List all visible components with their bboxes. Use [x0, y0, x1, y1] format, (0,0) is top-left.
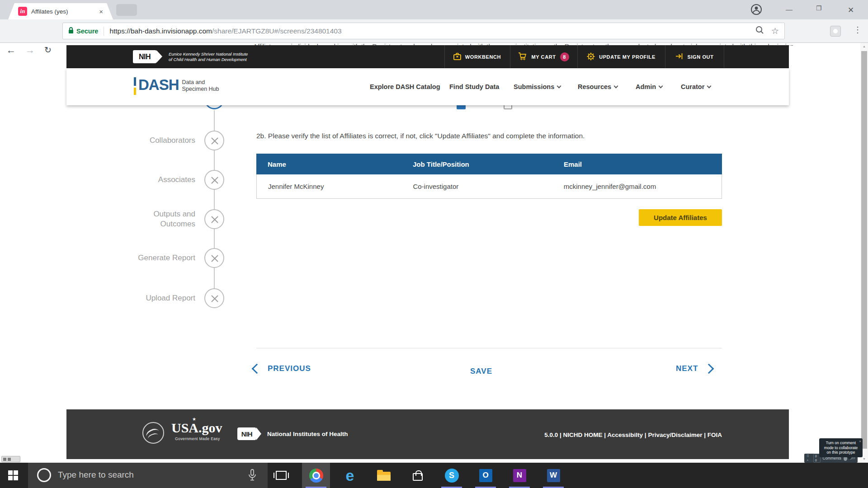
- start-button[interactable]: [8, 470, 18, 480]
- taskbar-search[interactable]: Type here to search: [28, 463, 268, 488]
- update-affiliates-button[interactable]: Update Affiliates: [639, 209, 722, 226]
- minimize-button[interactable]: —: [786, 5, 793, 13]
- col-header-name: Name: [256, 160, 401, 168]
- url-domain: https://bah-dash.invisionapp.com: [109, 27, 212, 35]
- sign-out-button[interactable]: SIGN OUT: [665, 45, 724, 68]
- col-header-job-title: Job Title/Position: [401, 160, 552, 168]
- nav-explore-dash-catalog[interactable]: Explore DASH Catalog: [370, 83, 440, 90]
- nav-find-study-data[interactable]: Find Study Data: [449, 83, 499, 90]
- taskbar-edge-icon[interactable]: e: [336, 463, 364, 488]
- task-view-icon[interactable]: [276, 471, 287, 480]
- chevron-left-icon: [252, 364, 262, 374]
- dash-logo-word: DASH: [138, 76, 179, 95]
- step-circle-collaborators[interactable]: [204, 131, 224, 150]
- table-header-row: Name Job Title/Position Email: [256, 154, 722, 174]
- dash-nav-bar: DASH Data andSpecimen Hub Explore DASH C…: [66, 68, 789, 105]
- taskbar-chrome-icon[interactable]: [302, 463, 330, 488]
- tab-title: Affilates (yes): [31, 8, 99, 15]
- cell-job-title: Co-investigator: [401, 183, 552, 190]
- forward-icon: →: [25, 45, 35, 56]
- cart-count-badge: 8: [560, 52, 569, 61]
- step-label-collaborators: Collaborators: [100, 136, 195, 145]
- extension-icon[interactable]: [830, 26, 841, 37]
- nav-curator[interactable]: Curator: [681, 83, 711, 90]
- taskbar-file-explorer-icon[interactable]: [370, 463, 398, 488]
- bookmark-star-icon[interactable]: ☆: [771, 26, 779, 36]
- address-bar[interactable]: Secure https://bah-dash.invisionapp.com …: [62, 23, 785, 39]
- close-button[interactable]: ✕: [848, 5, 854, 15]
- browser-tab[interactable]: in Affilates (yes) ×: [8, 3, 113, 19]
- chevron-down-icon: [614, 84, 618, 89]
- maximize-button[interactable]: ❐: [816, 5, 822, 12]
- previous-button[interactable]: PREVIOUS: [253, 364, 311, 373]
- dash-logo-bar: [134, 77, 136, 95]
- cell-name: Jennifer McKinney: [257, 183, 401, 190]
- secure-label: Secure: [76, 28, 98, 35]
- usagov-tagline: Government Made Easy: [175, 436, 220, 441]
- tab-close-icon[interactable]: ×: [99, 8, 103, 15]
- new-tab-button[interactable]: [116, 4, 137, 16]
- taskbar-store-icon[interactable]: [404, 463, 432, 488]
- taskbar-word-icon[interactable]: W: [539, 463, 567, 488]
- usagov-logo[interactable]: USA.gov: [171, 420, 222, 436]
- grid-icon[interactable]: ⠿ +: [807, 454, 811, 462]
- nih-footer-chevron: [256, 427, 261, 440]
- page-scrollbar[interactable]: ▲ ▼: [860, 43, 868, 463]
- microphone-icon[interactable]: [248, 469, 257, 483]
- chevron-right-icon: [704, 364, 714, 374]
- browser-profile-icon[interactable]: [750, 4, 762, 17]
- taskbar-outlook-icon[interactable]: O: [472, 463, 500, 488]
- cortana-icon: [37, 468, 51, 482]
- taskbar-skype-icon[interactable]: S: [438, 463, 466, 488]
- workbench-button[interactable]: WORKBENCH: [444, 45, 510, 68]
- nih-logo-chevron: [156, 50, 162, 63]
- word-icon: W: [547, 469, 560, 482]
- my-cart-button[interactable]: MY CART 8: [510, 45, 577, 68]
- sign-out-icon: [675, 53, 684, 61]
- hhs-logo: [142, 422, 164, 444]
- nav-admin[interactable]: Admin: [636, 83, 662, 90]
- save-button[interactable]: SAVE: [470, 367, 492, 376]
- footer-links[interactable]: 5.0.0 | NICHD HOME | Accessibilty | Priv…: [528, 432, 722, 438]
- browser-menu-icon[interactable]: ⋮: [854, 25, 862, 35]
- col-header-email: Email: [552, 160, 722, 168]
- nav-resources[interactable]: Resources: [578, 83, 618, 90]
- url-divider: [104, 27, 104, 36]
- dash-logo-subtitle: Data andSpecimen Hub: [182, 79, 219, 95]
- table-row: Jennifer McKinney Co-investigator mckinn…: [256, 174, 722, 199]
- step-label-upload-report: Upload Report: [100, 293, 195, 303]
- zoom-icon[interactable]: [755, 26, 764, 36]
- nav-submissions[interactable]: Submissions: [514, 83, 561, 90]
- step-circle-outputs[interactable]: [204, 209, 224, 229]
- lock-icon: [68, 27, 74, 36]
- reload-icon[interactable]: ↻: [44, 45, 52, 55]
- taskbar-onenote-icon[interactable]: N: [505, 463, 533, 488]
- usagov-star-icon: ★: [192, 417, 196, 422]
- nih-institute-text: Eunice Kennedy Shriver National Institut…: [169, 52, 248, 62]
- step-circle-generate-report[interactable]: [204, 248, 224, 268]
- cart-icon: [518, 52, 527, 61]
- nih-footer-logo[interactable]: NIH: [237, 427, 256, 440]
- content-divider: [256, 348, 722, 348]
- chevron-down-icon: [659, 84, 663, 89]
- nih-footer-text: National Institutes of Health: [267, 431, 348, 437]
- invision-corner-widget[interactable]: [1, 456, 20, 462]
- dash-logo[interactable]: DASH Data andSpecimen Hub: [134, 76, 219, 95]
- scroll-down-icon[interactable]: ▼: [860, 457, 868, 460]
- gear-icon: [587, 52, 595, 61]
- back-icon[interactable]: ←: [6, 45, 16, 56]
- step-circle-upload-report[interactable]: [204, 288, 224, 308]
- scrollbar-thumb[interactable]: [861, 51, 867, 449]
- search-placeholder: Type here to search: [58, 470, 134, 480]
- tooltip-close-icon[interactable]: ✕: [859, 439, 861, 444]
- step-circle-associates[interactable]: [204, 170, 224, 190]
- scroll-up-icon[interactable]: ▲: [860, 45, 868, 48]
- nih-logo: NIH: [133, 50, 156, 63]
- browser-titlebar: in Affilates (yes) × — ❐ ✕: [0, 0, 868, 19]
- affiliates-table: Name Job Title/Position Email Jennifer M…: [256, 154, 722, 199]
- invision-favicon: in: [18, 7, 27, 16]
- step-label-outputs: Outputs and Outcomes: [127, 209, 195, 229]
- next-button[interactable]: NEXT: [676, 364, 712, 373]
- update-profile-button[interactable]: UPDATE MY PROFILE: [577, 45, 665, 68]
- briefcase-icon: [453, 53, 461, 61]
